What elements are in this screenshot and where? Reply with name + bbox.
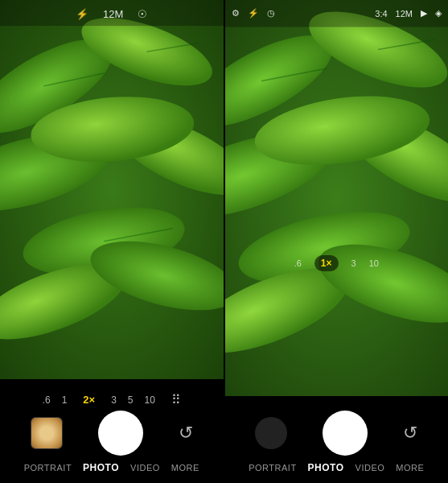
left-camera-panel: ⚡ 12M ☉ .6 1 2× 3 5 10 ⠿ ↺ PORT (0, 0, 224, 483)
mode-photo-left[interactable]: PHOTO (83, 462, 119, 473)
right-top-icons-left-group: ⚙ ⚡ ◷ (232, 8, 275, 19)
settings-icon-left[interactable]: ☉ (138, 8, 147, 20)
zoom-2x-left[interactable]: 2× (78, 392, 100, 407)
right-shutter-button[interactable] (323, 411, 368, 456)
panel-divider (224, 0, 225, 483)
right-camera-panel: ⚙ ⚡ ◷ 3:4 12M ▶ ◈ .6 1× 3 10 (225, 0, 449, 483)
right-mode-row: PORTRAIT PHOTO VIDEO MORE (225, 456, 449, 477)
right-thumbnail-placeholder (255, 417, 287, 449)
zoom-3-left[interactable]: 3 (111, 394, 117, 406)
mode-portrait-right[interactable]: PORTRAIT (249, 463, 296, 473)
thumbnail-image (31, 418, 62, 448)
zoom-more-left[interactable]: ⠿ (171, 392, 181, 407)
left-bottom-controls: .6 1 2× 3 5 10 ⠿ ↺ PORTRAIT PHOTO VIDEO … (0, 379, 224, 483)
shutter-inner-left (101, 414, 140, 452)
rzoom-06[interactable]: .6 (294, 258, 302, 268)
left-mode-row: PORTRAIT PHOTO VIDEO MORE (0, 456, 224, 477)
right-top-bar: ⚙ ⚡ ◷ 3:4 12M ▶ ◈ (225, 8, 449, 19)
megapixels-left: 12M (103, 8, 123, 20)
right-zoom-bar: .6 1× 3 10 (225, 255, 449, 271)
zoom-06-left[interactable]: .6 (43, 394, 51, 406)
rotate-icon-right[interactable]: ↺ (403, 423, 417, 444)
zoom-5-left[interactable]: 5 (128, 394, 134, 406)
left-shutter-row: ↺ (0, 411, 224, 456)
mode-more-left[interactable]: MORE (171, 463, 199, 473)
ratio-label[interactable]: 3:4 (375, 9, 387, 19)
layers-icon-right[interactable]: ◈ (435, 8, 442, 19)
rzoom-3[interactable]: 3 (351, 258, 356, 268)
right-top-icons-right-group: 3:4 12M ▶ ◈ (375, 8, 442, 19)
mode-video-left[interactable]: VIDEO (130, 463, 160, 473)
flash-icon-right[interactable]: ⚡ (248, 8, 259, 19)
shutter-inner-right (326, 414, 364, 452)
mode-video-right[interactable]: VIDEO (356, 463, 385, 473)
rzoom-10[interactable]: 10 (369, 258, 379, 268)
timer-icon-right[interactable]: ◷ (267, 8, 275, 19)
megapixels-right: 12M (396, 9, 413, 19)
right-shutter-row: ↺ (225, 411, 449, 456)
play-icon-right[interactable]: ▶ (421, 8, 427, 19)
right-viewfinder: ⚙ ⚡ ◷ 3:4 12M ▶ ◈ .6 1× 3 10 (225, 0, 449, 396)
right-bottom-controls: ↺ PORTRAIT PHOTO VIDEO MORE (225, 396, 449, 483)
gear-icon-right[interactable]: ⚙ (232, 8, 240, 19)
zoom-1-left[interactable]: 1 (62, 394, 68, 406)
left-thumbnail[interactable] (31, 417, 63, 449)
mode-more-right[interactable]: MORE (396, 463, 424, 473)
mode-photo-right[interactable]: PHOTO (308, 462, 344, 473)
rotate-icon-left[interactable]: ↺ (179, 423, 193, 444)
left-viewfinder: ⚡ 12M ☉ (0, 0, 224, 379)
rzoom-1x[interactable]: 1× (314, 255, 339, 271)
flash-icon-left[interactable]: ⚡ (76, 8, 88, 20)
zoom-10-left[interactable]: 10 (145, 394, 155, 406)
left-zoom-bar: .6 1 2× 3 5 10 ⠿ (0, 387, 224, 411)
left-shutter-button[interactable] (98, 411, 143, 456)
mode-portrait-left[interactable]: PORTRAIT (24, 463, 72, 473)
left-top-bar: ⚡ 12M ☉ (0, 8, 224, 20)
